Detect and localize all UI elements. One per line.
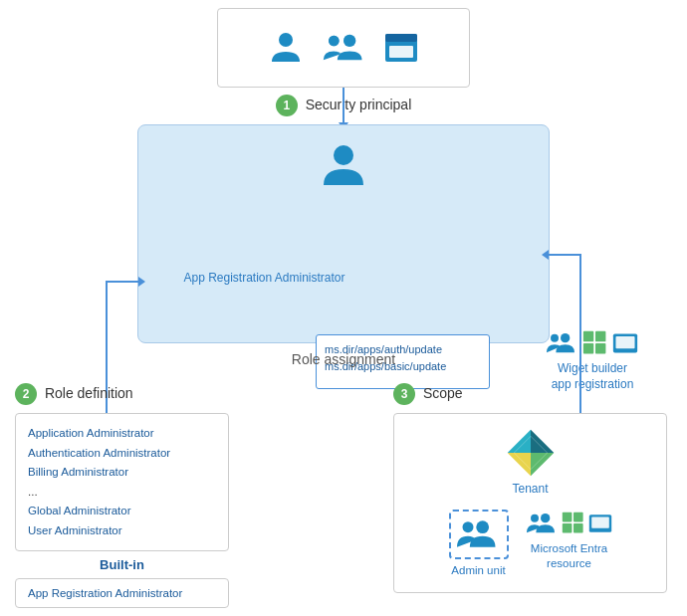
entra-grid-icon bbox=[562, 512, 585, 535]
role-dots: ... bbox=[28, 483, 216, 503]
app-icon bbox=[383, 30, 419, 66]
svg-point-9 bbox=[551, 334, 559, 342]
widget-grid-icon bbox=[582, 330, 608, 356]
svg-point-4 bbox=[329, 36, 340, 47]
role-definition-section: 2 Role definition Application Administra… bbox=[15, 383, 229, 616]
widget-line1: Wiget builder bbox=[558, 361, 627, 375]
ms-entra-label: Microsoft Entraresource bbox=[531, 541, 607, 571]
svg-point-10 bbox=[561, 333, 570, 342]
role-assignment-box: ms.dir/apps/auth/update ms.dir/apps/basi… bbox=[137, 124, 550, 343]
scope-inner-box: Tenant Admin unit bbox=[393, 413, 667, 593]
role-assignment-label: Role assignment bbox=[137, 351, 550, 367]
svg-rect-12 bbox=[595, 331, 605, 341]
scope-label: 3 Scope bbox=[393, 383, 667, 405]
role-billing-admin: Billing Administrator bbox=[28, 463, 216, 483]
badge-2: 2 bbox=[15, 383, 37, 405]
svg-point-24 bbox=[476, 520, 489, 533]
builtin-roles-box: Application Administrator Authentication… bbox=[15, 413, 229, 551]
svg-point-3 bbox=[344, 35, 355, 47]
left-horizontal-line bbox=[106, 281, 139, 283]
scope-icons-row: Admin unit bbox=[410, 510, 650, 578]
svg-point-26 bbox=[541, 513, 550, 522]
admin-unit-item: Admin unit bbox=[449, 510, 509, 578]
role-global-admin: Global Administrator bbox=[28, 502, 216, 521]
app-reg-admin-label: App Registration Administrator bbox=[177, 271, 351, 285]
role-definition-label: 2 Role definition bbox=[15, 383, 229, 405]
svg-rect-32 bbox=[591, 517, 609, 528]
svg-rect-28 bbox=[573, 513, 583, 522]
role-def-text: Role definition bbox=[45, 385, 133, 401]
custom-roles-box: App Registration Administrator bbox=[15, 578, 229, 608]
arrow-down-connector bbox=[343, 88, 344, 123]
role-app-reg-admin: App Registration Administrator bbox=[28, 587, 216, 599]
security-principal-box bbox=[217, 8, 470, 88]
user-icon bbox=[268, 30, 304, 66]
role-user-admin: User Administrator bbox=[28, 521, 216, 541]
svg-rect-14 bbox=[595, 343, 605, 353]
role-auth-admin: Authentication Administrator bbox=[28, 444, 216, 464]
svg-point-0 bbox=[279, 33, 293, 47]
entra-tablet-icon bbox=[588, 512, 612, 535]
diagram-container: 1 Security principal ms.dir/apps/auth/up… bbox=[0, 0, 687, 616]
admin-unit-icon bbox=[457, 517, 501, 551]
svg-rect-29 bbox=[562, 523, 572, 533]
widget-group-icon bbox=[547, 329, 578, 357]
badge-3: 3 bbox=[393, 383, 415, 405]
svg-marker-20 bbox=[507, 453, 530, 476]
security-principal-text: Security principal bbox=[306, 97, 412, 112]
svg-point-25 bbox=[531, 514, 539, 522]
admin-unit-box bbox=[449, 510, 509, 559]
badge-1: 1 bbox=[276, 95, 298, 116]
widget-tablet-icon bbox=[612, 330, 638, 356]
tenant-row: Tenant bbox=[410, 428, 650, 496]
scope-text: Scope bbox=[423, 385, 463, 401]
scope-section: 3 Scope bbox=[393, 383, 667, 593]
svg-marker-21 bbox=[531, 453, 554, 476]
tenant-label: Tenant bbox=[512, 482, 548, 496]
svg-rect-27 bbox=[562, 513, 572, 522]
svg-point-8 bbox=[334, 145, 353, 165]
svg-marker-18 bbox=[507, 430, 530, 453]
role-app-admin: Application Administrator bbox=[28, 424, 216, 444]
ms-entra-item: Microsoft Entraresource bbox=[527, 510, 612, 571]
entra-group-icon bbox=[527, 510, 559, 537]
svg-rect-11 bbox=[583, 331, 593, 341]
group-icon bbox=[322, 30, 365, 66]
admin-unit-label: Admin unit bbox=[451, 563, 505, 578]
role-person-icon bbox=[320, 141, 367, 189]
builtin-label: Built-in bbox=[15, 557, 229, 572]
svg-marker-19 bbox=[531, 430, 554, 453]
svg-rect-30 bbox=[573, 523, 583, 533]
right-horizontal-line bbox=[548, 254, 581, 256]
tenant-diamond-icon bbox=[506, 428, 556, 478]
svg-point-23 bbox=[462, 521, 473, 532]
svg-rect-13 bbox=[583, 343, 593, 353]
svg-rect-16 bbox=[615, 336, 634, 348]
svg-rect-7 bbox=[389, 46, 413, 58]
svg-rect-6 bbox=[385, 34, 417, 42]
